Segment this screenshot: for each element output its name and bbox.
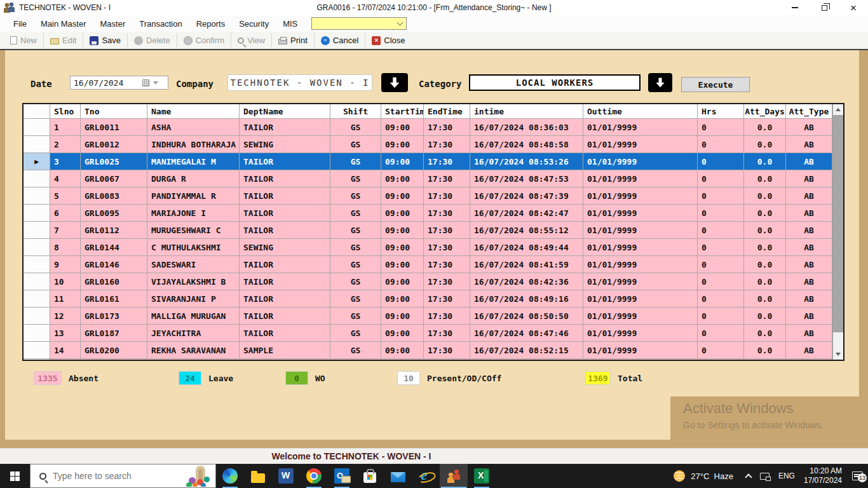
table-row[interactable]: 10GRL0160VIJAYALAKSHMI BTAILORGS09:0017:… (24, 273, 832, 290)
table-row[interactable]: 6GRL0095MARIAJONE ITAILORGS09:0017:3016/… (24, 205, 832, 222)
excel-taskbar-button[interactable] (468, 464, 496, 488)
column-header-name[interactable]: Name (147, 104, 240, 119)
table-row[interactable]: 13GRL0187JEYACHITRATAILORGS09:0017:3016/… (24, 325, 832, 342)
weather-widget[interactable]: 27°C Haze (674, 470, 733, 482)
edit-toolbar-button[interactable]: Edit (43, 33, 83, 48)
column-header-deptname[interactable]: DeptName (240, 104, 330, 119)
word-taskbar-button[interactable] (272, 464, 300, 488)
row-selector-cell[interactable] (24, 290, 50, 308)
taskbar-search[interactable] (30, 464, 216, 488)
minimize-button[interactable] (780, 0, 810, 15)
chevron-down-icon[interactable] (153, 81, 158, 85)
cell-att_type: AB (786, 222, 832, 239)
column-header-endtime[interactable]: EndTime (424, 104, 470, 119)
menu-item-transaction[interactable]: Transaction (132, 17, 189, 31)
mail-taskbar-button[interactable] (384, 464, 412, 488)
menu-item-master[interactable]: Master (93, 17, 132, 31)
column-header-hrs[interactable]: Hrs (698, 104, 744, 119)
search-input[interactable] (53, 471, 167, 481)
table-row[interactable]: 5GRL0083PANDIYAMMAL RTAILORGS09:0017:301… (24, 187, 832, 205)
table-row[interactable]: 14GRL0200REKHA SARAVANANSAMPLEGS09:0017:… (24, 342, 832, 359)
table-row[interactable]: 4GRL0067DURGA RTAILORGS09:0017:3016/07/2… (24, 170, 832, 187)
row-selector-cell[interactable] (24, 222, 50, 239)
row-selector-cell[interactable] (24, 170, 50, 187)
restore-button[interactable] (810, 0, 839, 15)
table-row[interactable]: 12GRL0173MALLIGA MURUGANTAILORGS09:0017:… (24, 308, 832, 325)
menu-item-reports[interactable]: Reports (189, 17, 233, 31)
scrollbar-track[interactable] (833, 332, 843, 349)
row-selector-cell[interactable] (24, 136, 50, 153)
cell-starttime: 09:00 (381, 119, 424, 136)
ie-taskbar-button[interactable] (412, 464, 440, 488)
menu-item-mis[interactable]: MIS (276, 17, 304, 31)
cell-tno: GRL0025 (81, 153, 147, 170)
close-button[interactable]: × (839, 0, 868, 15)
delete-toolbar-button[interactable]: Delete (127, 33, 177, 48)
store-taskbar-button[interactable] (356, 464, 384, 488)
start-button[interactable] (0, 464, 30, 488)
clock[interactable]: 10:20 AM 17/07/2024 (804, 466, 842, 485)
scroll-down-button[interactable] (833, 349, 843, 360)
menu-item-file[interactable]: File (6, 17, 34, 31)
row-selector-cell[interactable]: ▶ (24, 153, 50, 170)
column-header-tno[interactable]: Tno (81, 104, 147, 119)
confirm-toolbar-button[interactable]: Confirm (177, 33, 231, 48)
category-lookup-button[interactable] (648, 73, 672, 92)
row-selector-cell[interactable] (24, 325, 50, 342)
vertical-scrollbar[interactable] (832, 104, 843, 360)
row-selector-cell[interactable] (24, 256, 50, 273)
notification-icon[interactable]: 13 (852, 471, 863, 480)
menu-item-security[interactable]: Security (232, 17, 276, 31)
date-input[interactable] (71, 78, 137, 88)
company-field[interactable]: TECHNOTEK - WOVEN - I (227, 74, 372, 91)
edge-taskbar-button[interactable] (216, 464, 244, 488)
menu-item-main-master[interactable]: Main Master (34, 17, 93, 31)
table-row[interactable]: ▶ 3GRL0025MANIMEGALAI MTAILORGS09:0017:3… (24, 153, 832, 170)
execute-button[interactable]: Execute (681, 77, 750, 92)
table-row[interactable]: 9GRL0146SADESWARITAILORGS09:0017:3016/07… (24, 256, 832, 273)
cell-outtime: 01/01/9999 (583, 136, 698, 153)
scroll-up-button[interactable] (833, 104, 843, 115)
column-header-att_days[interactable]: Att_Days (744, 104, 786, 119)
table-row[interactable]: 11GRL0161SIVARANJANI PTAILORGS09:0017:30… (24, 290, 832, 308)
windows-form-combobox[interactable] (311, 17, 407, 30)
row-selector-cell[interactable] (24, 239, 50, 256)
save-toolbar-button[interactable]: Save (83, 33, 127, 48)
date-picker[interactable] (70, 76, 168, 90)
attendance-app-taskbar-button[interactable] (440, 464, 468, 488)
category-field[interactable]: LOCAL WORKERS (469, 74, 641, 91)
print-toolbar-button[interactable]: Print (271, 33, 314, 48)
table-row[interactable]: 7GRL0112MURUGESHWARI CTAILORGS09:0017:30… (24, 222, 832, 239)
column-header-att_type[interactable]: Att_Type (786, 104, 832, 119)
outlook-taskbar-button[interactable] (328, 464, 356, 488)
column-header-starttime[interactable]: StartTime (381, 104, 424, 119)
scrollbar-thumb[interactable] (833, 115, 843, 332)
column-header-intime[interactable]: intime (470, 104, 583, 119)
mail-icon (391, 472, 405, 482)
table-row[interactable]: 2GRL0012INDHURA BOTHARAJASEWINGGS09:0017… (24, 136, 832, 153)
cell-att_days: 0.0 (744, 119, 786, 136)
column-header-outtime[interactable]: Outtime (583, 104, 698, 119)
file-explorer-taskbar-button[interactable] (244, 464, 272, 488)
table-row[interactable]: 8GRL0144C MUTHULAKSHMISEWINGGS09:0017:30… (24, 239, 832, 256)
tray-expand-icon[interactable] (745, 473, 752, 480)
language-indicator[interactable]: ENG (778, 471, 795, 480)
table-row[interactable]: 1GRL0011ASHATAILORGS09:0017:3016/07/2024… (24, 119, 832, 136)
cell-tno: GRL0011 (81, 119, 147, 136)
row-selector-cell[interactable] (24, 119, 50, 136)
column-header-slno[interactable]: Slno (50, 104, 81, 119)
row-selector-cell[interactable] (24, 187, 50, 205)
cancel-toolbar-button[interactable]: Cancel (314, 33, 365, 48)
new-toolbar-button[interactable]: New (4, 33, 43, 48)
column-header-shift[interactable]: Shift (330, 104, 381, 119)
row-selector-cell[interactable] (24, 342, 50, 359)
network-icon[interactable] (760, 473, 770, 480)
close-toolbar-button[interactable]: Close (365, 33, 411, 48)
chrome-taskbar-button[interactable] (300, 464, 328, 488)
view-toolbar-button[interactable]: View (231, 33, 271, 48)
row-selector-cell[interactable] (24, 205, 50, 222)
row-selector-cell[interactable] (24, 273, 50, 290)
company-lookup-button[interactable] (381, 73, 408, 92)
cell-att_type: AB (786, 205, 832, 222)
row-selector-cell[interactable] (24, 308, 50, 325)
